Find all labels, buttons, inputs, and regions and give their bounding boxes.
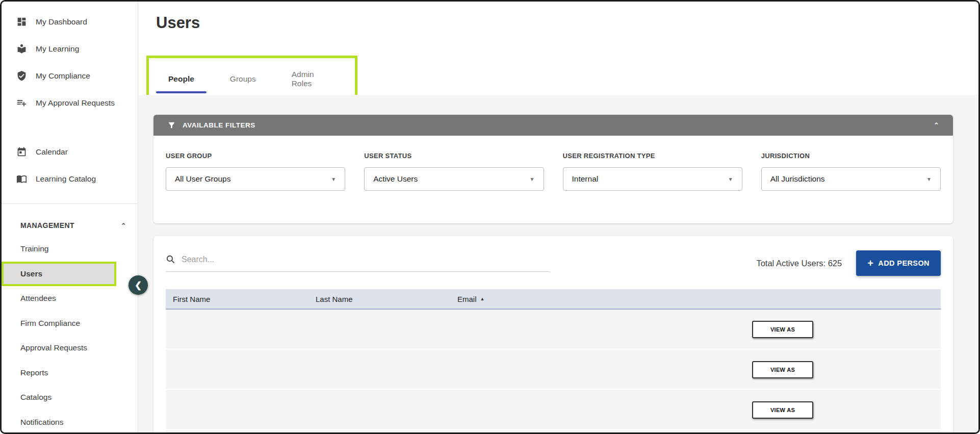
sidebar-collapse-button[interactable]: ❮ bbox=[128, 275, 148, 295]
approval-requests-icon bbox=[16, 97, 27, 108]
sidebar-item-label: Firm Compliance bbox=[20, 319, 80, 328]
sidebar-item-my-approval-requests[interactable]: My Approval Requests bbox=[2, 89, 138, 116]
sidebar-item-my-compliance[interactable]: My Compliance bbox=[2, 62, 138, 89]
filters-panel: AVAILABLE FILTERS ⌃ USER GROUP All User … bbox=[153, 115, 953, 223]
caret-down-icon: ▼ bbox=[331, 176, 336, 182]
filters-body: USER GROUP All User Groups ▼ USER STATUS… bbox=[153, 136, 953, 223]
sidebar-item-learning-catalog[interactable]: Learning Catalog bbox=[2, 165, 138, 192]
sidebar-item-notifications[interactable]: Notifications bbox=[2, 410, 138, 434]
view-as-button[interactable]: VIEW AS bbox=[752, 361, 813, 378]
tab-people[interactable]: People bbox=[155, 58, 208, 100]
people-toolbar: Total Active Users: 625 + ADD PERSON bbox=[166, 250, 941, 286]
select-value: Internal bbox=[572, 174, 599, 184]
sidebar-item-label: Users bbox=[20, 269, 42, 278]
filter-field-user-group: USER GROUP All User Groups ▼ bbox=[166, 152, 345, 191]
sidebar-item-label: Training bbox=[20, 244, 48, 253]
sidebar-item-users[interactable]: Users bbox=[2, 262, 116, 287]
sidebar-item-attendees[interactable]: Attendees bbox=[2, 286, 138, 311]
search-icon bbox=[166, 254, 175, 264]
select-value: All Jurisdictions bbox=[770, 174, 825, 184]
table-row: VIEW AS bbox=[166, 350, 941, 390]
sidebar-item-label: My Learning bbox=[36, 44, 79, 54]
sidebar-item-training[interactable]: Training bbox=[2, 237, 138, 262]
main-area: Users People Groups Admin Roles AVAILABL… bbox=[139, 2, 978, 432]
filter-funnel-icon bbox=[167, 121, 176, 130]
caret-down-icon: ▼ bbox=[530, 176, 535, 182]
table-row: VIEW AS bbox=[166, 310, 941, 350]
sidebar-item-label: My Approval Requests bbox=[36, 98, 115, 108]
sort-ascending-icon: ▲ bbox=[480, 296, 485, 301]
sidebar-item-label: Notifications bbox=[20, 418, 63, 427]
sidebar-section-management[interactable]: MANAGEMENT ⌃ bbox=[2, 214, 138, 237]
sidebar-item-label: Calendar bbox=[36, 147, 68, 157]
sidebar-item-label: My Compliance bbox=[36, 71, 90, 81]
user-group-select[interactable]: All User Groups ▼ bbox=[166, 167, 345, 191]
column-header-last-name[interactable]: Last Name bbox=[316, 295, 457, 303]
page-header: Users People Groups Admin Roles bbox=[139, 2, 978, 95]
table-header-row: First Name Last Name Email ▲ bbox=[166, 289, 941, 310]
tab-admin-roles[interactable]: Admin Roles bbox=[278, 58, 346, 100]
chevron-up-icon: ⌃ bbox=[121, 222, 126, 229]
sidebar-item-firm-compliance[interactable]: Firm Compliance bbox=[2, 311, 138, 336]
sidebar-item-calendar[interactable]: Calendar bbox=[2, 138, 138, 165]
filter-label: USER STATUS bbox=[364, 152, 544, 160]
column-header-first-name[interactable]: First Name bbox=[173, 295, 316, 303]
user-status-select[interactable]: Active Users ▼ bbox=[364, 167, 544, 191]
total-active-users-text: Total Active Users: 625 bbox=[756, 259, 842, 268]
compliance-shield-icon bbox=[16, 70, 27, 81]
sidebar-item-label: Reports bbox=[20, 368, 48, 377]
app-window: My Dashboard My Learning My Compliance M… bbox=[0, 0, 980, 434]
tab-label: Admin Roles bbox=[292, 70, 332, 88]
search-field[interactable] bbox=[166, 254, 550, 272]
users-table: First Name Last Name Email ▲ VIEW AS VIE… bbox=[166, 289, 941, 434]
caret-down-icon: ▼ bbox=[728, 176, 733, 182]
people-panel: Total Active Users: 625 + ADD PERSON Fir… bbox=[153, 236, 953, 434]
table-row: VIEW AS bbox=[166, 430, 941, 434]
filter-label: JURISDICTION bbox=[761, 152, 941, 160]
add-person-label: ADD PERSON bbox=[878, 259, 930, 267]
select-value: All User Groups bbox=[175, 174, 230, 184]
tab-groups[interactable]: Groups bbox=[217, 58, 269, 100]
view-as-button[interactable]: VIEW AS bbox=[752, 321, 813, 338]
column-label: Email bbox=[457, 295, 477, 303]
sidebar-item-label: My Dashboard bbox=[36, 17, 87, 27]
sidebar-divider bbox=[2, 203, 138, 204]
filters-header-bar[interactable]: AVAILABLE FILTERS ⌃ bbox=[153, 115, 953, 136]
sidebar-item-approval-requests[interactable]: Approval Requests bbox=[2, 336, 138, 361]
column-label: First Name bbox=[173, 295, 210, 303]
toolbar-right: Total Active Users: 625 + ADD PERSON bbox=[756, 250, 941, 276]
chevron-left-icon: ❮ bbox=[135, 280, 142, 291]
add-person-button[interactable]: + ADD PERSON bbox=[856, 250, 941, 276]
user-registration-type-select[interactable]: Internal ▼ bbox=[563, 167, 742, 191]
page-title: Users bbox=[156, 14, 200, 32]
sidebar-item-label: Catalogs bbox=[20, 393, 51, 402]
sidebar-item-label: Learning Catalog bbox=[36, 174, 96, 184]
content-area: AVAILABLE FILTERS ⌃ USER GROUP All User … bbox=[139, 95, 978, 432]
learning-icon bbox=[16, 43, 27, 54]
column-header-email[interactable]: Email ▲ bbox=[457, 295, 941, 303]
dashboard-icon bbox=[16, 16, 27, 27]
sidebar-item-my-learning[interactable]: My Learning bbox=[2, 35, 138, 62]
filter-field-user-registration-type: USER REGISTRATION TYPE Internal ▼ bbox=[563, 152, 742, 191]
sidebar-item-my-dashboard[interactable]: My Dashboard bbox=[2, 8, 138, 35]
column-label: Last Name bbox=[316, 295, 353, 303]
tab-label: Groups bbox=[230, 74, 256, 84]
plus-icon: + bbox=[867, 258, 873, 268]
sidebar-item-reports[interactable]: Reports bbox=[2, 361, 138, 386]
select-value: Active Users bbox=[373, 174, 418, 184]
section-label: MANAGEMENT bbox=[20, 221, 74, 229]
filters-title: AVAILABLE FILTERS bbox=[183, 121, 255, 129]
sidebar-item-catalogs[interactable]: Catalogs bbox=[2, 385, 138, 410]
tab-label: People bbox=[168, 74, 194, 84]
filter-field-jurisdiction: JURISDICTION All Jurisdictions ▼ bbox=[761, 152, 941, 191]
chevron-up-icon[interactable]: ⌃ bbox=[934, 121, 939, 129]
sidebar: My Dashboard My Learning My Compliance M… bbox=[2, 2, 138, 432]
search-input[interactable] bbox=[182, 255, 550, 264]
view-as-button[interactable]: VIEW AS bbox=[752, 401, 813, 419]
table-row: VIEW AS bbox=[166, 390, 941, 430]
jurisdiction-select[interactable]: All Jurisdictions ▼ bbox=[761, 167, 941, 191]
sidebar-item-label: Attendees bbox=[20, 294, 56, 303]
sidebar-spacer bbox=[2, 116, 138, 138]
sidebar-item-label: Approval Requests bbox=[20, 343, 87, 352]
filter-label: USER GROUP bbox=[166, 152, 345, 160]
